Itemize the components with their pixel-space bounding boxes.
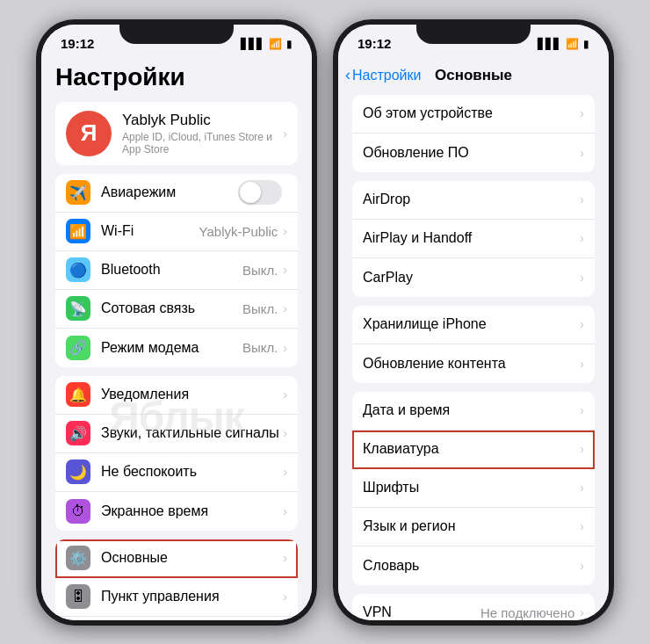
status-icons-1: ▋▋▋ 📶 ▮ <box>241 38 292 50</box>
group-about: Об этом устройстве › Обновление ПО › <box>338 95 609 172</box>
item-label: Обновление ПО <box>363 145 580 161</box>
group-vpn: VPN Не подключено › Профиль iOS 13 & iPa… <box>338 594 609 620</box>
signal-icon-1: ▋▋▋ <box>241 38 264 50</box>
dnd-icon: 🌙 <box>66 459 90 484</box>
general-item[interactable]: ⚙️ Основные › <box>55 539 298 578</box>
vpn-value: Не подключено <box>480 605 574 620</box>
item-label: AirDrop <box>363 192 580 207</box>
chevron-icon: › <box>580 605 584 619</box>
wifi-value: Yablyk-Public <box>199 224 278 239</box>
storage-list: Хранилище iPhone › Обновление контента › <box>352 306 595 383</box>
chevron-icon: › <box>580 403 584 417</box>
keyboard-list: Дата и время › Клавиатура › Шрифты › <box>352 392 595 585</box>
battery-icon-2: ▮ <box>583 38 589 50</box>
chevron-icon: › <box>283 224 287 238</box>
list-item[interactable]: Хранилище iPhone › <box>352 306 595 344</box>
list-item[interactable]: ✈️ Авиарежим <box>55 174 298 213</box>
chevron-icon: › <box>580 481 584 495</box>
item-label: Словарь <box>363 558 580 574</box>
item-label: Авиарежим <box>101 185 238 200</box>
airplane-toggle[interactable] <box>238 180 282 205</box>
item-label: Уведомления <box>101 387 283 402</box>
group-airdrop: AirDrop › AirPlay и Handoff › CarPlay › <box>338 181 609 297</box>
network-list: ✈️ Авиарежим 📶 Wi-Fi Yablyk-Public › <box>55 174 298 367</box>
chevron-icon: › <box>580 317 584 331</box>
chevron-icon: › <box>283 465 287 479</box>
list-item[interactable]: 🔵 Bluetooth Выкл. › <box>55 251 298 290</box>
list-item[interactable]: 🔔 Уведомления › <box>55 376 298 415</box>
item-label: Шрифты <box>363 480 580 496</box>
item-label: Не беспокоить <box>101 464 283 480</box>
notch-2 <box>416 19 531 44</box>
list-item[interactable]: Обновление ПО › <box>352 134 595 172</box>
list-item[interactable]: 🌙 Не беспокоить › <box>55 453 298 492</box>
chevron-icon: › <box>580 442 584 456</box>
notch-1 <box>119 19 234 44</box>
chevron-icon: › <box>580 559 584 573</box>
page-title-1: Настройки <box>41 56 312 102</box>
list-item[interactable]: VPN Не подключено › <box>352 594 595 620</box>
nav-bar-2: ‹ Настройки Основные <box>338 56 609 95</box>
account-chevron: › <box>283 127 287 141</box>
chevron-icon: › <box>580 106 584 120</box>
list-item[interactable]: AirPlay и Handoff › <box>352 220 595 258</box>
back-label: Настройки <box>352 68 421 83</box>
list-item[interactable]: Дата и время › <box>352 392 595 431</box>
chevron-icon: › <box>283 387 287 402</box>
phone-2: 19:12 ▋▋▋ 📶 ▮ ‹ Настройки Основные <box>333 19 614 626</box>
cellular-value: Выкл. <box>242 301 278 316</box>
list-item[interactable]: 📡 Сотовая связь Выкл. › <box>55 290 298 329</box>
content-2[interactable]: Об этом устройстве › Обновление ПО › Air… <box>338 95 609 620</box>
airdrop-list: AirDrop › AirPlay и Handoff › CarPlay › <box>352 181 595 297</box>
list-item[interactable]: 🌅 Экран и яркость › <box>55 617 298 620</box>
item-label: Wi-Fi <box>101 223 199 239</box>
status-icons-2: ▋▋▋ 📶 ▮ <box>538 38 589 50</box>
phone-1: 19:12 ▋▋▋ 📶 ▮ Настройки Я <box>36 19 317 626</box>
list-item[interactable]: Словарь › <box>352 546 595 585</box>
screen-2: 19:12 ▋▋▋ 📶 ▮ ‹ Настройки Основные <box>338 25 609 620</box>
item-label: Дата и время <box>363 402 580 418</box>
list-item[interactable]: Об этом устройстве › <box>352 95 595 134</box>
chevron-icon: › <box>283 426 287 440</box>
list-item[interactable]: 🔊 Звуки, тактильные сигналы › <box>55 415 298 453</box>
chevron-icon: › <box>283 551 287 565</box>
list-item[interactable]: Язык и регион › <box>352 508 595 546</box>
account-row[interactable]: Я Yablyk Public Apple ID, iCloud, iTunes… <box>55 102 298 165</box>
cellular-icon: 📡 <box>66 296 90 321</box>
list-item[interactable]: ⏱ Экранное время › <box>55 492 298 531</box>
list-item[interactable]: 🎛 Пункт управления › <box>55 578 298 617</box>
chevron-icon: › <box>283 590 287 604</box>
item-label: Пункт управления <box>101 589 283 604</box>
hotspot-value: Выкл. <box>242 340 278 355</box>
vpn-list: VPN Не подключено › Профиль iOS 13 & iPa… <box>352 594 595 620</box>
account-info: Yablyk Public Apple ID, iCloud, iTunes S… <box>122 112 283 156</box>
wifi-icon-1: 📶 <box>269 38 282 50</box>
list-item[interactable]: 📶 Wi-Fi Yablyk-Public › <box>55 213 298 251</box>
chevron-icon: › <box>580 271 584 285</box>
chevron-icon: › <box>283 263 287 277</box>
list-item[interactable]: CarPlay › <box>352 258 595 297</box>
group-notifications: 🔔 Уведомления › 🔊 Звуки, тактильные сигн… <box>41 376 312 531</box>
list-item[interactable]: AirDrop › <box>352 181 595 220</box>
list-item[interactable]: Обновление контента › <box>352 344 595 383</box>
item-label: Звуки, тактильные сигналы <box>101 425 283 441</box>
general-list: ⚙️ Основные › 🎛 Пункт управления › 🌅 Экр… <box>55 539 298 620</box>
item-label: CarPlay <box>363 270 580 286</box>
hotspot-icon: 🔗 <box>66 336 90 360</box>
item-label: Сотовая связь <box>101 300 242 316</box>
list-item[interactable]: Шрифты › <box>352 469 595 508</box>
about-list: Об этом устройстве › Обновление ПО › <box>352 95 595 172</box>
account-icon: Я <box>66 111 112 156</box>
account-group: Я Yablyk Public Apple ID, iCloud, iTunes… <box>41 102 312 165</box>
time-1: 19:12 <box>61 36 94 51</box>
chevron-icon: › <box>580 146 584 160</box>
item-label: Режим модема <box>101 340 242 356</box>
keyboard-item[interactable]: Клавиатура › <box>352 431 595 469</box>
list-item[interactable]: 🔗 Режим модема Выкл. › <box>55 329 298 367</box>
content-1[interactable]: Настройки Я Yablyk Public Apple ID, iClo… <box>41 56 312 620</box>
screen-time-icon: ⏱ <box>66 499 90 524</box>
item-label: Хранилище iPhone <box>363 316 580 332</box>
group-storage: Хранилище iPhone › Обновление контента › <box>338 306 609 383</box>
back-button[interactable]: ‹ Настройки <box>345 66 421 84</box>
item-label: AirPlay и Handoff <box>363 230 580 246</box>
